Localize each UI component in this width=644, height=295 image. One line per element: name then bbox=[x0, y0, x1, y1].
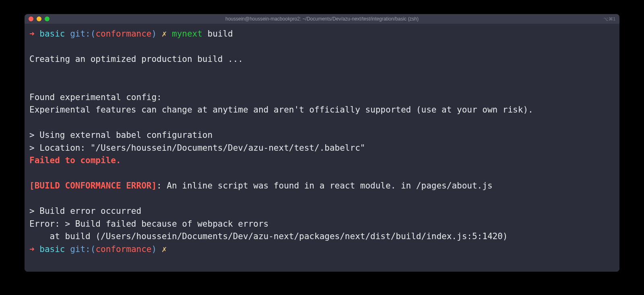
conformance-label: [BUILD CONFORMANCE ERROR] bbox=[29, 181, 157, 191]
prompt-line-1: ➜ basic git:(conformance) ✗ mynext build bbox=[29, 28, 615, 41]
command: mynext bbox=[172, 29, 202, 39]
terminal-window: houssein@houssein-macbookpro2: ~/Documen… bbox=[25, 14, 619, 272]
output-babel-location: > Location: "/Users/houssein/Documents/D… bbox=[29, 143, 365, 153]
output-found-config: Found experimental config: bbox=[29, 92, 162, 102]
dirty-icon: ✗ bbox=[157, 29, 172, 39]
traffic-lights bbox=[29, 16, 50, 21]
tab-indicator: ⌥⌘1 bbox=[603, 16, 615, 22]
prompt-arrow-icon: ➜ bbox=[29, 29, 35, 39]
maximize-button[interactable] bbox=[45, 16, 50, 21]
close-button[interactable] bbox=[29, 16, 33, 21]
command-arg: build bbox=[202, 29, 233, 39]
window-title: houssein@houssein-macbookpro2: ~/Documen… bbox=[225, 16, 419, 22]
git-prefix: git:( bbox=[65, 29, 96, 39]
git-branch: conformance bbox=[95, 244, 151, 254]
git-prefix: git:( bbox=[65, 244, 96, 254]
output-conformance: [BUILD CONFORMANCE ERROR]: An inline scr… bbox=[29, 181, 493, 191]
dirty-icon: ✗ bbox=[157, 244, 172, 254]
output-babel-using: > Using external babel configuration bbox=[29, 130, 213, 140]
prompt-line-2: ➜ basic git:(conformance) ✗ bbox=[29, 243, 615, 256]
terminal-body[interactable]: ➜ basic git:(conformance) ✗ mynext build… bbox=[25, 24, 619, 272]
output-build-error: > Build error occurred bbox=[29, 206, 141, 216]
output-creating: Creating an optimized production build .… bbox=[29, 54, 243, 64]
prompt-dir: basic bbox=[35, 29, 65, 39]
titlebar: houssein@houssein-macbookpro2: ~/Documen… bbox=[25, 14, 619, 24]
prompt-dir: basic bbox=[35, 244, 65, 254]
git-suffix: ) bbox=[151, 29, 157, 39]
conformance-msg: : An inline script was found in a react … bbox=[157, 181, 492, 191]
prompt-arrow-icon: ➜ bbox=[29, 244, 35, 254]
git-suffix: ) bbox=[151, 244, 157, 254]
minimize-button[interactable] bbox=[37, 16, 41, 21]
git-branch: conformance bbox=[95, 29, 151, 39]
output-experimental-warn: Experimental features can change at anyt… bbox=[29, 105, 533, 115]
output-at-line: at build (/Users/houssein/Documents/Dev/… bbox=[29, 231, 508, 241]
output-error-line: Error: > Build failed because of webpack… bbox=[29, 219, 268, 229]
output-failed: Failed to compile. bbox=[29, 156, 121, 165]
